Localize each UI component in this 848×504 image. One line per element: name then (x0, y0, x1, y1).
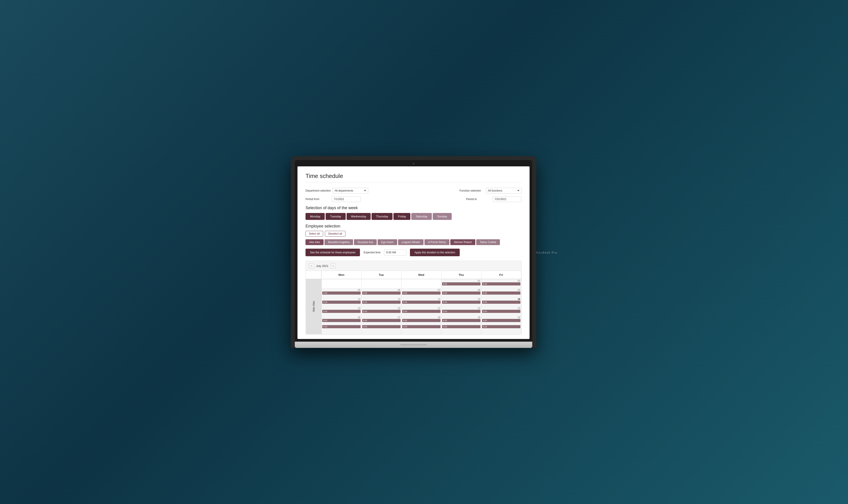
laptop-base (295, 342, 532, 348)
time-bar-13: 8:30 (362, 301, 401, 304)
day-num-07: 07 (402, 288, 441, 291)
calendar-header-thu: Thu (441, 271, 481, 279)
day-btn-thursday[interactable]: Thursday (372, 213, 392, 220)
page-title: Time schedule (305, 173, 522, 182)
select-all-button[interactable]: Select all (305, 231, 323, 237)
day-cell-w1-mon[interactable] (321, 279, 361, 288)
day-cell-w6-fri[interactable]: 8:30 (481, 325, 521, 334)
period-to-label: Period to (466, 198, 491, 201)
day-cell-16[interactable]: 16 8:30 (481, 298, 521, 307)
day-num-01: 01 (441, 279, 481, 282)
day-cell-09[interactable]: 09 8:30 (481, 288, 521, 298)
day-cell-w1-thu[interactable]: 01 8:30 (441, 279, 481, 288)
macbook-label: MacBook Pro (536, 251, 557, 254)
time-bar-14: 8:30 (402, 301, 441, 304)
apply-duration-button[interactable]: Apply this duration to the selection (410, 249, 460, 256)
time-bar-08: 8:30 (442, 291, 480, 294)
day-btn-wednesday[interactable]: Wednesday (347, 213, 371, 220)
day-num-09: 09 (481, 288, 521, 291)
day-cell-05[interactable]: 05 8:30 (321, 288, 361, 298)
time-bar-29: 8:30 (442, 319, 480, 322)
day-btn-tuesday[interactable]: Tuesday (325, 213, 346, 220)
emp-tag-skinner[interactable]: Skinner Robert (450, 239, 475, 245)
see-schedule-button[interactable]: See the schedule for these employees (305, 249, 360, 256)
day-cell-12[interactable]: 12 8:30 (321, 298, 361, 307)
period-from-pair: Period from (305, 196, 361, 202)
day-num-06: 06 (361, 288, 401, 291)
day-num-02: 02 (481, 279, 521, 282)
expected-time-input[interactable] (384, 249, 406, 256)
day-cell-15[interactable]: 15 8:30 (441, 298, 481, 307)
day-cell-22[interactable]: 22 8:30 (441, 307, 481, 316)
calendar-header-fri: Fri (481, 271, 521, 279)
day-cell-21[interactable]: 21 8:30 (401, 307, 441, 316)
calendar-prev-button[interactable]: ‹ (309, 263, 314, 269)
day-cell-13[interactable]: 13 8:30 (361, 298, 401, 307)
filter-row-2: Period from Period to (305, 196, 522, 202)
day-cell-23[interactable]: 23 8:30 (481, 307, 521, 316)
day-cell-w6-wed[interactable]: 8:30 (401, 325, 441, 334)
function-filter-pair: Function selection All functions (459, 188, 522, 194)
chevron-left-icon: ‹ (311, 264, 312, 267)
time-bar-28: 8:30 (402, 319, 441, 322)
day-cell-08[interactable]: 08 8:30 (441, 288, 481, 298)
day-btn-sunday[interactable]: Sunday (433, 213, 452, 220)
period-from-input[interactable] (332, 196, 361, 202)
calendar-next-button[interactable]: › (330, 263, 336, 269)
day-num-08: 08 (441, 288, 481, 291)
day-btn-monday[interactable]: Monday (305, 213, 325, 220)
day-cell-w6-tue[interactable]: 8:30 (361, 325, 401, 334)
day-cell-w6-mon[interactable]: 8:30 (321, 325, 361, 334)
day-num-23: 23 (481, 307, 521, 309)
day-cell-19[interactable]: 19 8:30 (321, 307, 361, 316)
laptop-notch (400, 344, 427, 345)
day-cell-20[interactable]: 20 8:30 (361, 307, 401, 316)
calendar-nav: ‹ July 2021 › (306, 261, 521, 271)
time-bar-20: 8:30 (362, 310, 401, 313)
time-bar-01: 8:30 (442, 282, 480, 285)
emp-tag-ferret[interactable]: of Ferret Rémy (424, 239, 449, 245)
time-bar-22: 8:30 (442, 310, 480, 313)
deselect-all-button[interactable]: Deselect all (325, 231, 346, 237)
emp-tag-alex[interactable]: Alex Alex (305, 239, 323, 245)
laptop-screen: Time schedule Department selection All d… (298, 166, 530, 339)
day-cell-26[interactable]: 26 8:30 (321, 316, 361, 325)
department-filter-pair: Department selection All departments (305, 188, 368, 194)
function-select[interactable]: All functions (486, 188, 522, 194)
calendar-header-tue: Tue (361, 271, 401, 279)
emp-tag-angelina[interactable]: Beautiful Angelina (324, 239, 353, 245)
day-cell-w1-tue[interactable] (361, 279, 401, 288)
emp-tag-linguini[interactable]: Linguini Alfredo (398, 239, 424, 245)
days-section-title: Selection of days of the week (305, 205, 522, 210)
emp-tag-ego[interactable]: Ego Anton (377, 239, 397, 245)
day-cell-w1-wed[interactable] (401, 279, 441, 288)
time-bar-w6-thu: 8:30 (442, 325, 480, 328)
day-cell-06[interactable]: 06 8:30 (361, 288, 401, 298)
day-cell-w1-fri[interactable]: 02 8:30 (481, 279, 521, 288)
day-cell-07[interactable]: 07 8:30 (401, 288, 441, 298)
day-cell-14[interactable]: 14 8:30 (401, 298, 441, 307)
day-cell-27[interactable]: 27 8:30 (361, 316, 401, 325)
time-bar-w6-tue: 8:30 (362, 325, 401, 328)
department-select[interactable]: All departments (333, 188, 368, 194)
time-bar-w6-fri: 8:30 (482, 325, 520, 328)
day-num-15: 15 (441, 298, 481, 300)
day-cell-28[interactable]: 28 8:30 (401, 316, 441, 325)
day-btn-friday[interactable]: Friday (393, 213, 410, 220)
filter-row-1: Department selection All departments Fun… (305, 188, 522, 194)
employee-tags-group: Alex Alex Beautiful Angelina Ducasse Ava… (305, 239, 522, 245)
day-btn-saturday[interactable]: Saturday (411, 213, 432, 220)
calendar-section: ‹ July 2021 › Mon (305, 261, 522, 335)
camera-dot (413, 163, 414, 165)
time-bar-26: 8:30 (322, 319, 360, 322)
laptop-frame: Time schedule Department selection All d… (291, 156, 536, 348)
time-bar-w6-wed: 8:30 (402, 325, 441, 328)
period-to-input[interactable] (493, 196, 522, 202)
emp-tag-tattoo[interactable]: Tattoo Colette (476, 239, 500, 245)
day-cell-w6-thu[interactable]: 8:30 (441, 325, 481, 334)
emp-tag-ducasse[interactable]: Ducasse Ava (354, 239, 377, 245)
day-buttons-group: Monday Tuesday Wednesday Thursday Friday… (305, 213, 522, 220)
day-cell-29[interactable]: 29 8:30 (441, 316, 481, 325)
day-num-26: 26 (322, 316, 361, 319)
day-cell-30[interactable]: 30 8:30 (481, 316, 521, 325)
